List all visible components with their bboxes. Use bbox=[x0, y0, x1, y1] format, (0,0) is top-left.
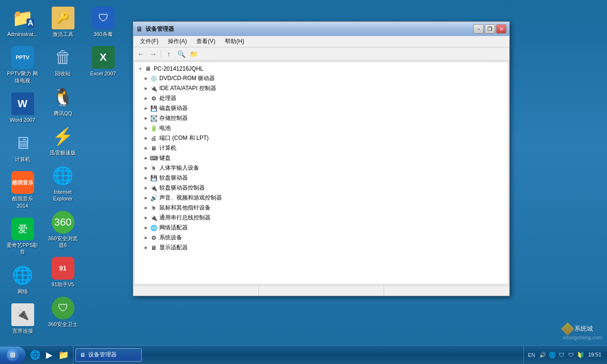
tree-item-mouse[interactable]: 🖱 鼠标和其他指针设备 bbox=[142, 203, 508, 213]
quicklaunch-ie[interactable]: 🌐 bbox=[28, 348, 42, 362]
tree-item-keyboard[interactable]: ⌨ 键盘 bbox=[142, 153, 508, 163]
port-icon: 🖨 bbox=[150, 135, 157, 142]
desktop-icon-network[interactable]: 🌐 网络 bbox=[5, 262, 40, 297]
menu-view[interactable]: 查看(V) bbox=[192, 36, 220, 46]
tree-toggle[interactable] bbox=[142, 164, 150, 172]
iqiyi-icon: 爱 bbox=[11, 218, 34, 240]
quicklaunch-explorer[interactable]: 📁 bbox=[57, 348, 70, 362]
tree-toggle[interactable] bbox=[142, 224, 150, 232]
desktop-icon-activate[interactable]: 🔑 激活工具 bbox=[45, 5, 81, 39]
tree-item-port[interactable]: 🖨 端口 (COM 和 LPT) bbox=[142, 133, 508, 143]
toolbar-search[interactable]: 🔍 bbox=[175, 49, 187, 59]
tree-toggle[interactable] bbox=[142, 204, 150, 212]
tree-item-system[interactable]: ⚙ 系统设备 bbox=[142, 233, 508, 243]
restore-button[interactable]: ❐ bbox=[485, 24, 495, 34]
system-tray: EN 🔊 🌐 🛡 🛡 🔰 19:51 bbox=[524, 346, 607, 364]
tree-label: DVD/CD-ROM 驱动器 bbox=[159, 74, 215, 82]
tree-toggle[interactable] bbox=[142, 174, 150, 182]
tray-icon-4[interactable]: 🛡 bbox=[567, 351, 575, 359]
tree-item-usb[interactable]: 🔌 通用串行总线控制器 bbox=[142, 213, 508, 223]
tree-toggle[interactable] bbox=[142, 135, 150, 142]
desktop-icon-word2007[interactable]: W Word 2007 bbox=[5, 91, 40, 125]
tray-icon-3[interactable]: 🛡 bbox=[558, 351, 565, 359]
word-icon: W bbox=[11, 92, 34, 115]
desktop-icon-recycle[interactable]: 🗑 回收站 bbox=[45, 44, 81, 79]
tree-item-floppy[interactable]: 💾 软盘驱动器 bbox=[142, 173, 508, 183]
tree-toggle[interactable] bbox=[142, 85, 150, 92]
tree-toggle[interactable] bbox=[142, 155, 150, 162]
tree-toggle[interactable] bbox=[142, 125, 150, 132]
window-icon: 🖥 bbox=[136, 25, 143, 33]
tree-toggle[interactable] bbox=[142, 244, 150, 252]
tray-icon-2[interactable]: 🌐 bbox=[548, 351, 556, 359]
desktop-icon-ie[interactable]: 🌐 Internet Explorer bbox=[45, 163, 81, 204]
desktop-icon-broadband[interactable]: 🔌 宽带连接 bbox=[5, 301, 40, 336]
device-tree[interactable]: 🖥 PC-20141216JQHL 💿 DVD/CD-ROM 驱动器 🔌 IDE… bbox=[134, 62, 508, 284]
tree-root[interactable]: 🖥 PC-20141216JQHL bbox=[135, 64, 508, 73]
desktop-icon-91[interactable]: 91 91助手V5 bbox=[45, 255, 81, 290]
tree-item-hid[interactable]: 🖱 人体学输入设备 bbox=[142, 163, 508, 173]
tree-item-display[interactable]: 🖥 显示适配器 bbox=[142, 243, 508, 253]
watermark-diamond bbox=[561, 322, 574, 336]
start-button[interactable]: ⊞ bbox=[0, 346, 26, 364]
tray-icon-5[interactable]: 🔰 bbox=[577, 351, 584, 359]
watermark-url: xitongcheng.com bbox=[563, 335, 602, 340]
tree-item-sound[interactable]: 🔊 声音、视频和游戏控制器 bbox=[142, 193, 508, 203]
tree-toggle[interactable] bbox=[142, 184, 150, 192]
tree-toggle[interactable] bbox=[142, 194, 150, 202]
toolbar-back[interactable]: ← bbox=[135, 49, 147, 59]
desktop-icon-thunder[interactable]: ⚡ 迅雷极速版 bbox=[45, 123, 81, 158]
tree-item-network[interactable]: 🌐 网络适配器 bbox=[142, 223, 508, 233]
menu-file[interactable]: 文件(F) bbox=[135, 36, 163, 46]
desktop-icon-excel2007[interactable]: X Excel 2007 bbox=[85, 44, 121, 79]
tree-toggle[interactable] bbox=[142, 145, 150, 152]
tray-icon-1[interactable]: 🔊 bbox=[539, 351, 546, 359]
tree-item-ide[interactable]: 🔌 IDE ATA/ATAPI 控制器 bbox=[142, 83, 508, 93]
toolbar-folders[interactable]: 📁 bbox=[188, 49, 199, 59]
desktop-icon-label: 网络 bbox=[18, 288, 28, 295]
tree-item-cpu[interactable]: ⚙ 处理器 bbox=[142, 93, 508, 103]
91-icon: 91 bbox=[52, 257, 74, 280]
desktop-icon-label: 360安全浏览器6 bbox=[47, 235, 79, 249]
tree-item-storage[interactable]: 💽 存储控制器 bbox=[142, 113, 508, 123]
desktop-icon-360browser[interactable]: 360 360安全浏览器6 bbox=[45, 209, 81, 251]
menu-help[interactable]: 帮助(H) bbox=[220, 36, 249, 46]
taskbar-task-devmgr[interactable]: 🖥 设备管理器 bbox=[75, 348, 142, 362]
tray-clock[interactable]: 19:51 bbox=[586, 351, 603, 358]
window-menubar: 文件(F) 操作(A) 查看(V) 帮助(H) bbox=[133, 36, 509, 47]
tree-item-dvd[interactable]: 💿 DVD/CD-ROM 驱动器 bbox=[142, 73, 508, 83]
tree-toggle[interactable] bbox=[142, 75, 150, 82]
desktop-icon-iqiyi[interactable]: 爱 爱奇艺PPS影音 bbox=[5, 216, 40, 257]
tree-item-disk[interactable]: 💾 磁盘驱动器 bbox=[142, 103, 508, 113]
desktop-icon-administrator[interactable]: 📁 A Administrat... bbox=[5, 5, 40, 39]
desktop-icon-360kill[interactable]: 🛡 360杀毒 bbox=[85, 5, 121, 39]
desktop-icon-360guard[interactable]: 🛡 360安全卫士 bbox=[45, 295, 81, 329]
tree-root-label: PC-20141216JQHL bbox=[154, 65, 203, 72]
desktop-icon-computer[interactable]: 🖥 计算机 bbox=[5, 130, 40, 164]
tree-item-pc[interactable]: 🖥 计算机 bbox=[142, 143, 508, 153]
tree-item-battery[interactable]: 🔋 电池 bbox=[142, 123, 508, 133]
toolbar-forward[interactable]: → bbox=[147, 49, 159, 59]
music-icon: 酷我音乐 bbox=[11, 171, 34, 194]
desktop-icon-qq[interactable]: 🐧 腾讯QQ bbox=[45, 84, 81, 118]
desktop-icon-music[interactable]: 酷我音乐 酷我音乐2014 bbox=[5, 169, 40, 211]
tree-toggle[interactable] bbox=[142, 95, 150, 102]
tree-label: 系统设备 bbox=[159, 234, 182, 242]
tree-toggle[interactable] bbox=[142, 214, 150, 222]
desktop-icon-pptv[interactable]: PPTV PPTV聚力 网络电视 bbox=[5, 44, 40, 86]
tree-toggle[interactable] bbox=[142, 105, 150, 112]
desktop-icon-label: Internet Explorer bbox=[47, 189, 79, 202]
menu-action[interactable]: 操作(A) bbox=[163, 36, 192, 46]
tree-toggle-root[interactable] bbox=[137, 65, 144, 73]
tree-toggle[interactable] bbox=[142, 234, 150, 242]
quicklaunch-media[interactable]: ▶ bbox=[43, 348, 56, 362]
tree-toggle[interactable] bbox=[142, 115, 150, 122]
window-titlebar[interactable]: 🖥 设备管理器 － ❐ ✕ bbox=[133, 22, 509, 36]
close-button[interactable]: ✕ bbox=[496, 24, 506, 34]
toolbar-up[interactable]: ↑ bbox=[163, 49, 175, 59]
minimize-button[interactable]: － bbox=[473, 24, 484, 34]
tree-label: 显示适配器 bbox=[159, 244, 188, 252]
pc-icon: 🖥 bbox=[150, 145, 157, 152]
tree-item-floppy-ctrl[interactable]: 🔌 软盘驱动器控制器 bbox=[142, 183, 508, 193]
desktop-icon-label: 计算机 bbox=[15, 156, 30, 163]
